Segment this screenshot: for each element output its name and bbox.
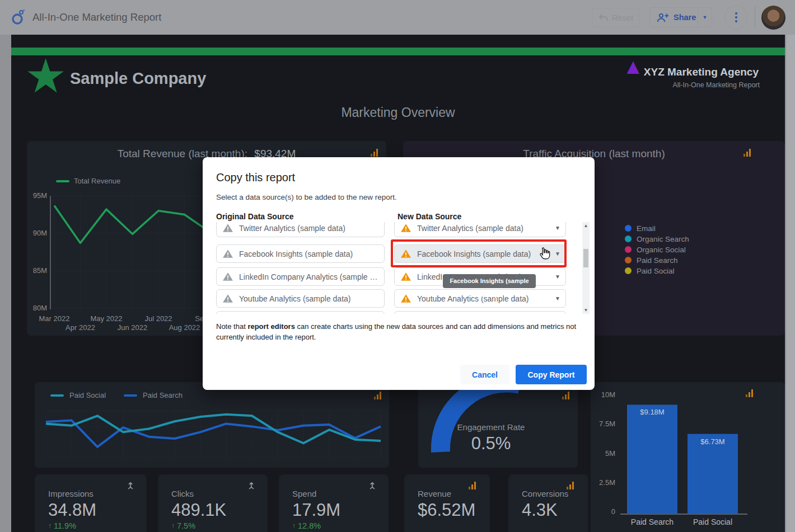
dialog-scrollbar[interactable]: ▲ ▼ [582, 222, 590, 314]
original-source-header: Original Data Source [216, 212, 293, 221]
new-source-dropdown[interactable]: Youtube Analytics (sample data)▼ [394, 289, 566, 308]
warning-icon [222, 272, 233, 281]
source-label: Facebook Insights (sample data) [417, 249, 531, 258]
source-label: Twitter Analytics (sample data) [239, 224, 345, 233]
source-label: Facebook Insights (sample data) [239, 249, 353, 258]
warning-icon [222, 223, 233, 233]
cursor-pointer-icon [537, 246, 552, 262]
warning-icon [400, 223, 411, 233]
scrollbar-up-icon[interactable]: ▲ [582, 223, 590, 228]
new-source-header: New Data Source [398, 212, 461, 221]
cancel-button[interactable]: Cancel [460, 365, 509, 384]
note-prefix: Note that [216, 322, 247, 331]
original-source-item: Facebook Insights (sample data) [216, 244, 385, 263]
tooltip: Facebook Insights (sample data) [443, 274, 536, 288]
dropdown-caret-icon: ▼ [555, 295, 565, 302]
dialog-title: Copy this report [216, 171, 295, 184]
warning-icon [400, 272, 411, 281]
dialog-note: Note that report editors can create char… [216, 321, 580, 342]
source-label: Youtube Analytics (sample data) [417, 294, 529, 303]
original-source-item [216, 311, 385, 314]
source-list-viewport: Twitter Analytics (sample data)Facebook … [216, 222, 581, 314]
warning-icon [222, 249, 233, 258]
note-bold: report editors [247, 322, 295, 331]
scrollbar-thumb[interactable] [583, 249, 588, 267]
dropdown-caret-icon: ▼ [555, 225, 565, 231]
warning-icon [400, 249, 411, 258]
new-source-dropdown[interactable]: ▼ [394, 311, 566, 314]
source-label: Twitter Analytics (sample data) [417, 224, 523, 233]
original-source-item: Twitter Analytics (sample data) [216, 222, 385, 237]
warning-icon [222, 294, 233, 303]
warning-icon [400, 294, 411, 303]
scrollbar-down-icon[interactable]: ▼ [582, 308, 590, 313]
copy-report-dialog: Copy this report Select a data source(s)… [203, 157, 595, 390]
dialog-subtitle: Select a data source(s) to be added to t… [216, 193, 397, 201]
dropdown-caret-icon: ▼ [555, 251, 565, 257]
source-label: LinkedIn Company Analytics (sample … [239, 272, 377, 281]
new-source-dropdown[interactable]: Twitter Analytics (sample data)▼ [394, 222, 566, 237]
copy-report-button[interactable]: Copy Report [516, 365, 587, 384]
source-label: Youtube Analytics (sample data) [239, 294, 351, 303]
original-source-item: LinkedIn Company Analytics (sample … [216, 267, 385, 286]
dropdown-caret-icon: ▼ [555, 274, 565, 280]
original-source-item: Youtube Analytics (sample data) [216, 289, 385, 308]
